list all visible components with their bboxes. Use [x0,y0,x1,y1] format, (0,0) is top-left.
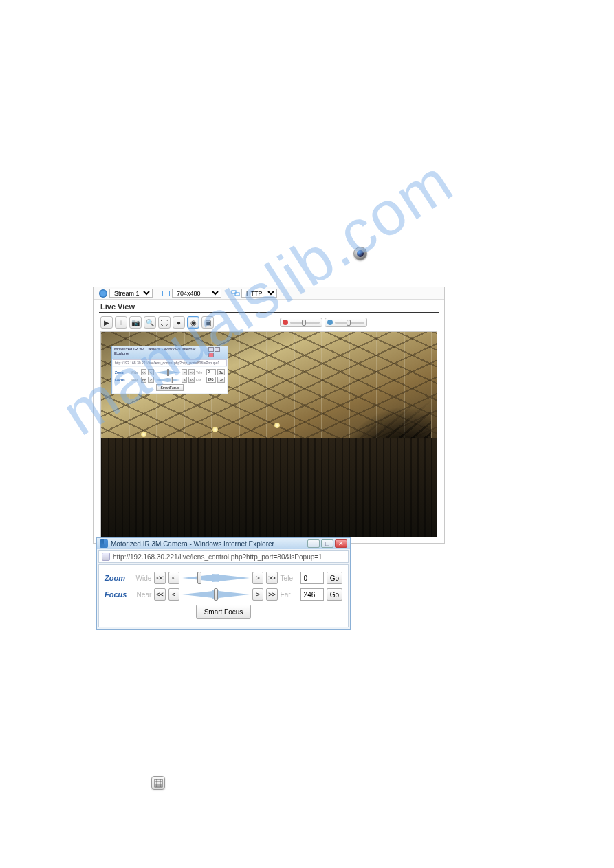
mini-wide-label: Wide [131,370,140,375]
mini-focus-in-fast[interactable]: >> [188,377,195,383]
smart-focus-button[interactable]: Smart Focus [196,605,251,619]
focus-go-button[interactable]: Go [327,588,342,601]
focus-slider[interactable] [182,589,250,600]
size-group: 704x480 [162,289,221,298]
mini-zoom-in-fast[interactable]: >> [188,369,195,375]
protocol-group: HTTP [231,289,277,298]
control-bar: ▶ ⏸ 📷 🔍 ⛶ ● ◉ ▣ [94,315,444,331]
lamp-graphic [212,427,218,432]
zoom-label: Zoom [105,574,131,582]
divider [99,312,439,313]
top-toolbar: Stream 1 704x480 HTTP [94,287,444,300]
focus-out-fast-button[interactable]: << [154,588,165,601]
mini-zoom-out-fast[interactable]: << [141,369,147,375]
size-select[interactable]: 704x480 [172,289,221,298]
mic-slider[interactable] [325,318,367,327]
address-bar[interactable]: http://192.168.30.221/live/lens_control.… [98,550,349,563]
zoom-go-button[interactable]: Go [327,572,342,584]
close-button[interactable]: ✕ [335,539,347,548]
mini-focus-out-fast[interactable]: << [141,377,147,383]
window-controls: — □ ✕ [307,539,347,548]
zoom-in-fast-button[interactable]: >> [266,572,277,584]
mini-title-text: Motorized IR 3M Camera - Windows Interne… [114,347,208,358]
mini-focus-label: Focus [115,378,129,382]
video-feed: Motorized IR 3M Camera - Windows Interne… [100,331,437,537]
mini-focus-in[interactable]: > [182,377,188,383]
zoom-out-button[interactable]: < [168,572,179,584]
mini-url-bar: http://192.168.30.221/live/lens_control.… [113,359,227,366]
url-text: http://192.168.30.221/live/lens_control.… [113,553,322,561]
stream-group: Stream 1 [99,289,153,298]
mini-title-bar: Motorized IR 3M Camera - Windows Interne… [112,346,228,359]
focus-in-fast-button[interactable]: >> [266,588,277,601]
zoom-row: Zoom Wide << < > >> Tele Go [105,572,342,584]
lamp-graphic [274,423,280,428]
mini-smart-focus-button[interactable]: SmartFocus [156,384,184,391]
mini-focus-slider[interactable] [155,377,180,383]
protocol-icon [231,289,239,298]
mini-focus-go[interactable]: Go [217,377,225,383]
live-view-title: Live View [94,300,444,312]
mini-zoom-slider[interactable] [155,370,180,375]
zoom-button[interactable]: 🔍 [144,316,156,329]
lens-control-icon [353,247,367,260]
record-button[interactable]: ● [173,316,185,329]
focus-value-input[interactable] [300,588,324,601]
lens-control-button[interactable]: ◉ [187,316,199,329]
popup-title-text: Motorized IR 3M Camera - Windows Interne… [111,540,305,548]
lens-control-popup: Motorized IR 3M Camera - Windows Interne… [96,537,351,630]
near-label: Near [134,591,151,599]
ie-icon [100,539,108,548]
mini-near-label: Near [131,378,140,382]
mini-focus-value[interactable]: 246 [206,377,215,383]
pause-button[interactable]: ⏸ [115,316,127,329]
mic-icon [327,320,333,325]
far-label: Far [281,591,298,599]
zoom-in-button[interactable]: > [252,572,263,584]
mini-zoom-value[interactable]: 0 [206,369,215,375]
wide-label: Wide [134,575,151,582]
zoom-out-fast-button[interactable]: << [154,572,165,584]
mini-window-controls [208,347,226,358]
focus-in-button[interactable]: > [252,588,263,601]
popup-title-bar: Motorized IR 3M Camera - Windows Interne… [97,538,350,549]
audio-slider[interactable] [280,318,322,327]
focus-row: Focus Near << < > >> Far Go [105,588,342,601]
page-icon [102,553,110,561]
lens-popup-thumbnail: Motorized IR 3M Camera - Windows Interne… [111,346,228,394]
mini-body: Zoom Wide << < > >> Tele 0 Go Focus Near… [113,367,227,393]
mini-zoom-out[interactable]: < [148,369,154,375]
protocol-select[interactable]: HTTP [241,289,277,298]
fit-button[interactable]: ▣ [201,316,214,329]
tele-label: Tele [281,575,298,582]
popup-body: Zoom Wide << < > >> Tele Go Focus Near <… [98,564,349,627]
snapshot-button[interactable]: 📷 [129,316,142,329]
lamp-graphic [141,432,146,437]
stream-icon [99,289,107,298]
fit-to-window-icon [151,776,165,790]
maximize-button[interactable]: □ [321,539,333,548]
focus-out-button[interactable]: < [168,588,179,601]
stream-select[interactable]: Stream 1 [109,289,153,298]
speaker-icon [283,320,288,325]
mini-far-label: Far [196,378,205,382]
mini-zoom-go[interactable]: Go [217,369,225,375]
mini-focus-out[interactable]: < [148,377,154,383]
fullscreen-button[interactable]: ⛶ [158,316,171,329]
mini-zoom-label: Zoom [115,370,129,375]
minimize-button[interactable]: — [307,539,320,548]
mini-zoom-in[interactable]: > [182,369,188,375]
live-view-panel: Stream 1 704x480 HTTP Live View ▶ ⏸ 📷 🔍 … [93,287,445,544]
focus-label: Focus [105,590,131,599]
svg-rect-2 [155,779,162,787]
zoom-value-input[interactable] [300,572,324,584]
size-icon [162,291,170,296]
play-button[interactable]: ▶ [100,316,113,329]
zoom-slider[interactable] [182,572,250,583]
staircase-graphic [307,387,431,531]
mini-tele-label: Tele [196,370,205,375]
